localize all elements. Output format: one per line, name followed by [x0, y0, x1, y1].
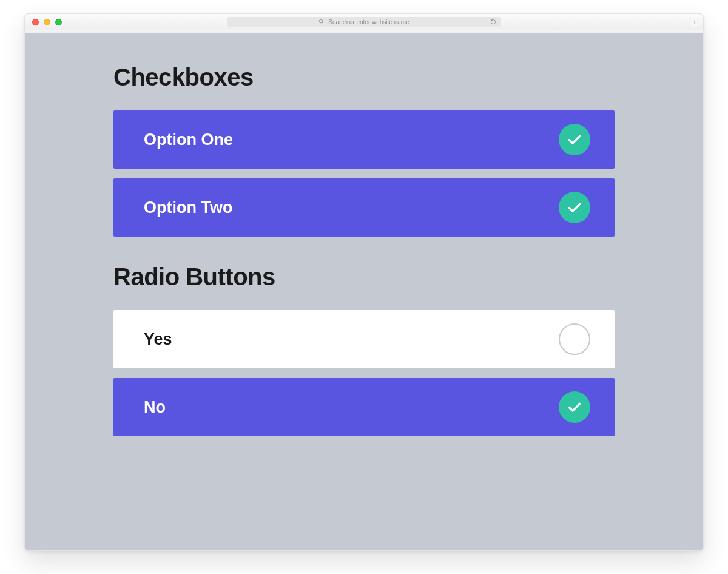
traffic-lights — [25, 19, 62, 25]
radio-label: No — [144, 398, 166, 417]
radio-label: Yes — [144, 330, 172, 349]
new-tab-button[interactable]: + — [690, 18, 699, 27]
address-placeholder: Search or enter website name — [328, 19, 409, 25]
search-icon — [318, 19, 325, 25]
checkbox-label: Option One — [144, 130, 233, 149]
checkbox-label: Option Two — [144, 198, 232, 217]
checkboxes-title: Checkboxes — [113, 64, 615, 91]
content: Checkboxes Option One Option Two — [113, 64, 615, 436]
check-icon — [559, 192, 590, 223]
svg-line-1 — [323, 22, 324, 24]
page: Checkboxes Option One Option Two — [25, 33, 703, 551]
radio-yes[interactable]: Yes — [113, 310, 615, 368]
radio-section: Radio Buttons Yes No — [113, 263, 615, 436]
minimize-window-button[interactable] — [44, 19, 50, 25]
checkbox-option-two[interactable]: Option Two — [113, 178, 615, 237]
address-bar[interactable]: Search or enter website name — [228, 17, 500, 27]
radio-title: Radio Buttons — [113, 263, 615, 291]
maximize-window-button[interactable] — [55, 19, 62, 25]
close-window-button[interactable] — [32, 19, 39, 25]
radio-no[interactable]: No — [113, 378, 615, 436]
titlebar: Search or enter website name + — [25, 14, 703, 30]
radio-unchecked-icon — [559, 323, 590, 355]
check-icon — [559, 391, 590, 423]
browser-window: Search or enter website name + Checkboxe… — [24, 13, 704, 551]
reload-icon[interactable] — [490, 18, 497, 25]
plus-icon: + — [692, 19, 696, 26]
svg-point-0 — [320, 19, 323, 23]
checkboxes-section: Checkboxes Option One Option Two — [113, 64, 615, 237]
checkbox-option-one[interactable]: Option One — [113, 110, 615, 169]
check-icon — [559, 124, 590, 155]
